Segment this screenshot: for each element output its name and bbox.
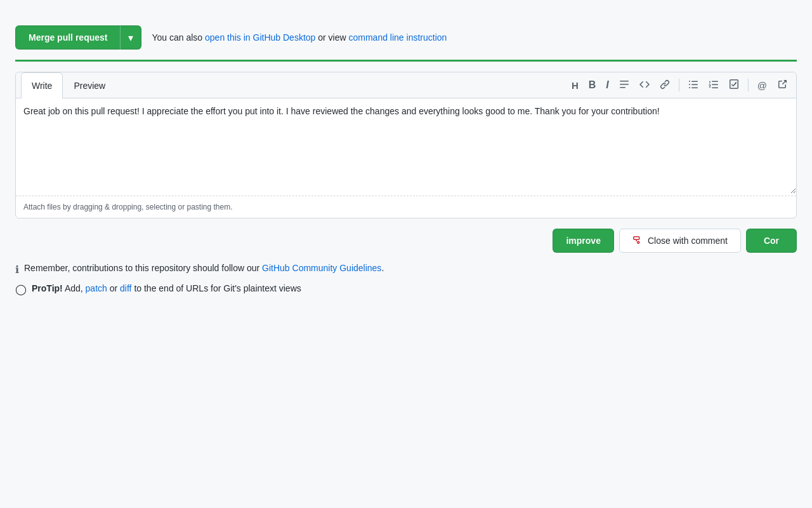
protip-label: ProTip!: [32, 283, 63, 293]
italic-button[interactable]: I: [602, 77, 612, 93]
attach-text: Attach files by dragging & dropping, sel…: [23, 203, 233, 211]
patch-link[interactable]: patch: [86, 283, 107, 293]
tab-write[interactable]: Write: [21, 72, 63, 98]
info-icon: ℹ: [15, 264, 19, 276]
protip-row: ◯ ProTip! Add, patch or diff to the end …: [15, 283, 797, 295]
comment-editor: Write Preview H B I: [15, 72, 797, 218]
task-list-button[interactable]: [725, 77, 743, 93]
bold-button[interactable]: B: [585, 77, 600, 93]
community-note: ℹ Remember, contributions to this reposi…: [15, 263, 797, 276]
toolbar-separator-1: [679, 79, 679, 91]
editor-tabs: Write Preview H B I: [16, 72, 796, 98]
code-button[interactable]: [636, 77, 653, 93]
protip-middle: or: [110, 283, 120, 293]
close-comment-label: Close with comment: [648, 236, 728, 246]
quote-button[interactable]: [615, 77, 633, 93]
merge-dropdown-button[interactable]: ▾: [120, 25, 141, 50]
editor-toolbar: H B I: [568, 72, 791, 98]
improve-button[interactable]: improve: [553, 229, 613, 253]
community-guidelines-link[interactable]: GitHub Community Guidelines: [262, 263, 381, 273]
merge-pull-request-button[interactable]: Merge pull request: [15, 25, 120, 50]
open-github-desktop-link[interactable]: open this in GitHub Desktop: [205, 32, 315, 43]
protip-suffix: to the end of URLs for Git's plaintext v…: [134, 283, 301, 293]
toolbar-separator-2: [748, 79, 749, 91]
comment-button[interactable]: Cor: [746, 229, 797, 253]
attach-area: Attach files by dragging & dropping, sel…: [16, 196, 796, 218]
merge-area: Merge pull request ▾ You can also open t…: [15, 15, 797, 60]
protip-prefix: Add,: [65, 283, 86, 293]
diff-link[interactable]: diff: [120, 283, 131, 293]
note-prefix: Remember, contributions to this reposito…: [24, 263, 262, 273]
merge-hint: You can also open this in GitHub Desktop…: [152, 32, 447, 43]
unordered-list-button[interactable]: [684, 77, 702, 93]
bulb-icon: ◯: [15, 283, 27, 295]
ordered-list-button[interactable]: [705, 77, 723, 93]
link-button[interactable]: [656, 77, 674, 93]
heading-button[interactable]: H: [568, 78, 582, 93]
reference-button[interactable]: [773, 77, 791, 93]
close-with-comment-button[interactable]: Close with comment: [619, 229, 741, 253]
tab-preview[interactable]: Preview: [63, 72, 116, 98]
comment-textarea[interactable]: Great job on this pull request! I apprec…: [16, 98, 796, 194]
command-line-instructions-link[interactable]: command line instruction: [348, 32, 447, 43]
green-divider: [15, 60, 797, 62]
pr-closed-icon: [632, 236, 643, 246]
actions-row: improve Close with comment Cor: [15, 229, 797, 253]
merge-button-group: Merge pull request ▾: [15, 25, 141, 50]
chevron-down-icon: ▾: [128, 32, 133, 43]
note-suffix: .: [381, 263, 384, 273]
mention-button[interactable]: @: [754, 78, 771, 93]
